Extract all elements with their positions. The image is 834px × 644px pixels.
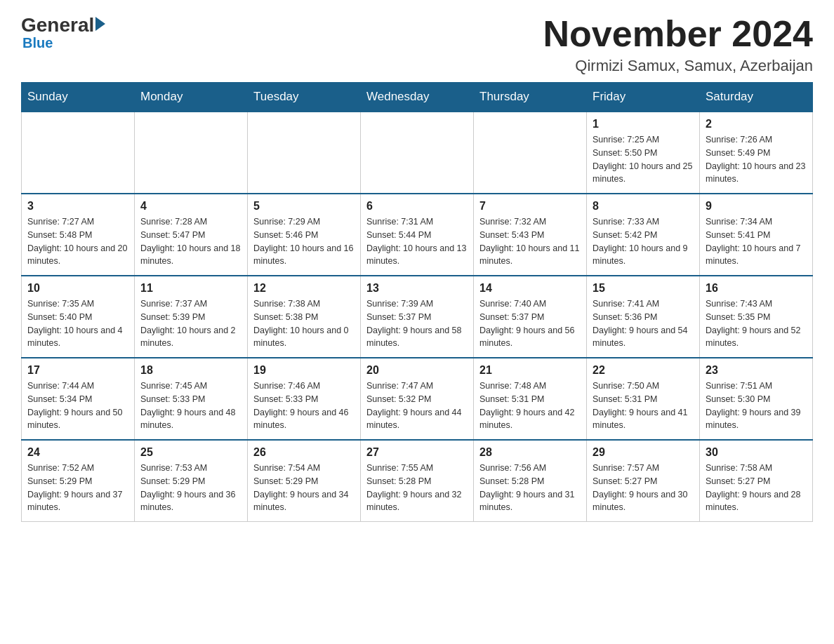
day-info: Sunrise: 7:40 AMSunset: 5:37 PMDaylight:… bbox=[479, 297, 581, 350]
day-info: Sunrise: 7:54 AMSunset: 5:29 PMDaylight:… bbox=[253, 462, 355, 514]
day-number: 9 bbox=[706, 200, 807, 213]
day-info: Sunrise: 7:55 AMSunset: 5:28 PMDaylight:… bbox=[366, 462, 468, 514]
day-cell-1-0: 3Sunrise: 7:27 AMSunset: 5:48 PMDaylight… bbox=[22, 194, 135, 276]
day-info: Sunrise: 7:25 AMSunset: 5:50 PMDaylight:… bbox=[593, 133, 694, 186]
day-cell-2-1: 11Sunrise: 7:37 AMSunset: 5:39 PMDayligh… bbox=[135, 276, 248, 358]
day-info: Sunrise: 7:52 AMSunset: 5:29 PMDaylight:… bbox=[27, 462, 128, 514]
header-thursday: Thursday bbox=[474, 83, 587, 112]
day-info: Sunrise: 7:56 AMSunset: 5:28 PMDaylight:… bbox=[479, 462, 581, 514]
day-cell-0-5: 1Sunrise: 7:25 AMSunset: 5:50 PMDaylight… bbox=[587, 112, 700, 194]
weekday-header-row: Sunday Monday Tuesday Wednesday Thursday… bbox=[22, 83, 813, 112]
day-number: 4 bbox=[140, 200, 241, 213]
day-cell-3-6: 23Sunrise: 7:51 AMSunset: 5:30 PMDayligh… bbox=[700, 358, 813, 440]
week-row-3: 10Sunrise: 7:35 AMSunset: 5:40 PMDayligh… bbox=[22, 276, 813, 358]
day-number: 27 bbox=[366, 446, 468, 459]
day-cell-1-4: 7Sunrise: 7:32 AMSunset: 5:43 PMDaylight… bbox=[474, 194, 587, 276]
week-row-5: 24Sunrise: 7:52 AMSunset: 5:29 PMDayligh… bbox=[22, 440, 813, 522]
week-row-2: 3Sunrise: 7:27 AMSunset: 5:48 PMDaylight… bbox=[22, 194, 813, 276]
day-info: Sunrise: 7:35 AMSunset: 5:40 PMDaylight:… bbox=[27, 297, 128, 350]
day-cell-4-1: 25Sunrise: 7:53 AMSunset: 5:29 PMDayligh… bbox=[135, 440, 248, 522]
day-cell-4-6: 30Sunrise: 7:58 AMSunset: 5:27 PMDayligh… bbox=[700, 440, 813, 522]
day-number: 20 bbox=[366, 364, 468, 377]
header-sunday: Sunday bbox=[22, 83, 135, 112]
day-cell-2-2: 12Sunrise: 7:38 AMSunset: 5:38 PMDayligh… bbox=[248, 276, 361, 358]
day-number: 15 bbox=[593, 282, 694, 295]
logo: General Blue bbox=[21, 14, 105, 51]
day-info: Sunrise: 7:29 AMSunset: 5:46 PMDaylight:… bbox=[253, 215, 355, 268]
day-cell-2-0: 10Sunrise: 7:35 AMSunset: 5:40 PMDayligh… bbox=[22, 276, 135, 358]
day-cell-2-3: 13Sunrise: 7:39 AMSunset: 5:37 PMDayligh… bbox=[361, 276, 474, 358]
day-cell-1-3: 6Sunrise: 7:31 AMSunset: 5:44 PMDaylight… bbox=[361, 194, 474, 276]
day-cell-4-5: 29Sunrise: 7:57 AMSunset: 5:27 PMDayligh… bbox=[587, 440, 700, 522]
logo-general: General bbox=[21, 14, 94, 36]
day-cell-3-2: 19Sunrise: 7:46 AMSunset: 5:33 PMDayligh… bbox=[248, 358, 361, 440]
day-cell-1-5: 8Sunrise: 7:33 AMSunset: 5:42 PMDaylight… bbox=[587, 194, 700, 276]
day-cell-1-1: 4Sunrise: 7:28 AMSunset: 5:47 PMDaylight… bbox=[135, 194, 248, 276]
day-info: Sunrise: 7:26 AMSunset: 5:49 PMDaylight:… bbox=[706, 133, 807, 186]
day-number: 5 bbox=[253, 200, 355, 213]
day-cell-0-4 bbox=[474, 112, 587, 194]
day-info: Sunrise: 7:41 AMSunset: 5:36 PMDaylight:… bbox=[593, 297, 694, 350]
logo-text: General bbox=[21, 14, 105, 36]
day-info: Sunrise: 7:27 AMSunset: 5:48 PMDaylight:… bbox=[27, 215, 128, 268]
day-info: Sunrise: 7:51 AMSunset: 5:30 PMDaylight:… bbox=[706, 380, 807, 432]
day-number: 10 bbox=[27, 282, 128, 295]
day-cell-4-0: 24Sunrise: 7:52 AMSunset: 5:29 PMDayligh… bbox=[22, 440, 135, 522]
day-cell-4-4: 28Sunrise: 7:56 AMSunset: 5:28 PMDayligh… bbox=[474, 440, 587, 522]
day-number: 1 bbox=[593, 118, 694, 130]
day-number: 14 bbox=[479, 282, 581, 295]
day-info: Sunrise: 7:37 AMSunset: 5:39 PMDaylight:… bbox=[140, 297, 241, 350]
day-info: Sunrise: 7:28 AMSunset: 5:47 PMDaylight:… bbox=[140, 215, 241, 268]
day-number: 12 bbox=[253, 282, 355, 295]
day-cell-1-2: 5Sunrise: 7:29 AMSunset: 5:46 PMDaylight… bbox=[248, 194, 361, 276]
day-cell-3-5: 22Sunrise: 7:50 AMSunset: 5:31 PMDayligh… bbox=[587, 358, 700, 440]
day-number: 13 bbox=[366, 282, 468, 295]
logo-arrow-icon bbox=[95, 17, 105, 31]
day-cell-2-4: 14Sunrise: 7:40 AMSunset: 5:37 PMDayligh… bbox=[474, 276, 587, 358]
day-info: Sunrise: 7:58 AMSunset: 5:27 PMDaylight:… bbox=[706, 462, 807, 514]
day-info: Sunrise: 7:33 AMSunset: 5:42 PMDaylight:… bbox=[593, 215, 694, 268]
day-cell-0-3 bbox=[361, 112, 474, 194]
day-cell-0-2 bbox=[248, 112, 361, 194]
header-wednesday: Wednesday bbox=[361, 83, 474, 112]
day-number: 18 bbox=[140, 364, 241, 377]
day-cell-3-4: 21Sunrise: 7:48 AMSunset: 5:31 PMDayligh… bbox=[474, 358, 587, 440]
week-row-1: 1Sunrise: 7:25 AMSunset: 5:50 PMDaylight… bbox=[22, 112, 813, 194]
day-number: 23 bbox=[706, 364, 807, 377]
day-info: Sunrise: 7:53 AMSunset: 5:29 PMDaylight:… bbox=[140, 462, 241, 514]
day-info: Sunrise: 7:57 AMSunset: 5:27 PMDaylight:… bbox=[593, 462, 694, 514]
header-friday: Friday bbox=[587, 83, 700, 112]
month-title: November 2024 bbox=[543, 14, 813, 54]
day-number: 28 bbox=[479, 446, 581, 459]
day-number: 3 bbox=[27, 200, 128, 213]
day-number: 17 bbox=[27, 364, 128, 377]
day-number: 2 bbox=[706, 118, 807, 130]
header-monday: Monday bbox=[135, 83, 248, 112]
day-info: Sunrise: 7:39 AMSunset: 5:37 PMDaylight:… bbox=[366, 297, 468, 350]
day-number: 16 bbox=[706, 282, 807, 295]
header-tuesday: Tuesday bbox=[248, 83, 361, 112]
day-number: 8 bbox=[593, 200, 694, 213]
day-number: 24 bbox=[27, 446, 128, 459]
day-cell-3-0: 17Sunrise: 7:44 AMSunset: 5:34 PMDayligh… bbox=[22, 358, 135, 440]
day-cell-1-6: 9Sunrise: 7:34 AMSunset: 5:41 PMDaylight… bbox=[700, 194, 813, 276]
day-number: 21 bbox=[479, 364, 581, 377]
day-cell-0-0 bbox=[22, 112, 135, 194]
day-info: Sunrise: 7:34 AMSunset: 5:41 PMDaylight:… bbox=[706, 215, 807, 268]
day-cell-0-6: 2Sunrise: 7:26 AMSunset: 5:49 PMDaylight… bbox=[700, 112, 813, 194]
page-header: General Blue November 2024 Qirmizi Samux… bbox=[21, 14, 813, 75]
day-number: 22 bbox=[593, 364, 694, 377]
day-info: Sunrise: 7:38 AMSunset: 5:38 PMDaylight:… bbox=[253, 297, 355, 350]
week-row-4: 17Sunrise: 7:44 AMSunset: 5:34 PMDayligh… bbox=[22, 358, 813, 440]
day-number: 30 bbox=[706, 446, 807, 459]
day-info: Sunrise: 7:48 AMSunset: 5:31 PMDaylight:… bbox=[479, 380, 581, 432]
day-cell-4-3: 27Sunrise: 7:55 AMSunset: 5:28 PMDayligh… bbox=[361, 440, 474, 522]
day-number: 11 bbox=[140, 282, 241, 295]
day-number: 6 bbox=[366, 200, 468, 213]
day-cell-0-1 bbox=[135, 112, 248, 194]
day-number: 25 bbox=[140, 446, 241, 459]
day-cell-2-6: 16Sunrise: 7:43 AMSunset: 5:35 PMDayligh… bbox=[700, 276, 813, 358]
header-saturday: Saturday bbox=[700, 83, 813, 112]
logo-blue: Blue bbox=[22, 35, 53, 51]
day-info: Sunrise: 7:31 AMSunset: 5:44 PMDaylight:… bbox=[366, 215, 468, 268]
